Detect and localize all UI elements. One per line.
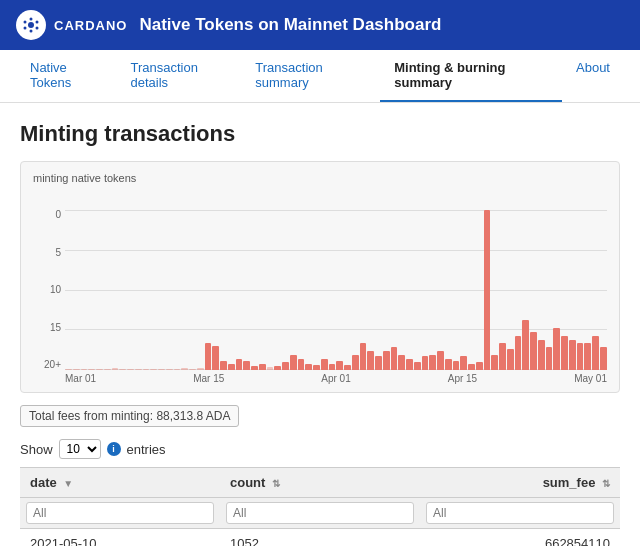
svg-point-2 bbox=[30, 18, 33, 21]
table-controls: Show 10 25 50 i entries bbox=[20, 439, 620, 459]
nav-native-tokens[interactable]: Native Tokens bbox=[16, 50, 117, 102]
bar-6 bbox=[112, 368, 119, 370]
x-label-may01: May 01 bbox=[574, 373, 607, 384]
header: CARDANO Native Tokens on Mainnet Dashboa… bbox=[0, 0, 640, 50]
bar-35 bbox=[336, 361, 343, 370]
bar-13 bbox=[166, 369, 173, 370]
bar-68 bbox=[592, 336, 599, 370]
bar-15 bbox=[181, 368, 188, 370]
data-table: date ▼ count ⇅ sum_fee ⇅ bbox=[20, 467, 620, 546]
svg-point-6 bbox=[24, 27, 27, 30]
nav-minting-burning[interactable]: Minting & burning summary bbox=[380, 50, 562, 102]
logo-container: CARDANO bbox=[16, 10, 127, 40]
bar-18 bbox=[205, 343, 212, 370]
bar-2 bbox=[81, 369, 88, 370]
bar-40 bbox=[375, 356, 382, 370]
table-row: 2021-05-10 1052 662854110 bbox=[20, 529, 620, 547]
bar-55 bbox=[491, 355, 498, 370]
bar-47 bbox=[429, 355, 436, 370]
bar-10 bbox=[143, 369, 150, 370]
bar-1 bbox=[73, 369, 80, 370]
filter-count[interactable] bbox=[226, 502, 414, 524]
show-label: Show bbox=[20, 442, 53, 457]
bar-60 bbox=[530, 332, 537, 370]
bar-14 bbox=[174, 369, 181, 370]
svg-point-3 bbox=[30, 30, 33, 33]
bar-56 bbox=[499, 343, 506, 370]
y-axis: 20+ 15 10 5 0 bbox=[33, 210, 61, 370]
x-label-apr15: Apr 15 bbox=[448, 373, 477, 384]
sort-icon-count: ⇅ bbox=[272, 478, 280, 489]
filter-sum-fee[interactable] bbox=[426, 502, 614, 524]
y-label-1: 15 bbox=[33, 323, 61, 333]
y-label-4: 0 bbox=[33, 210, 61, 220]
bar-57 bbox=[507, 349, 514, 370]
bar-12 bbox=[158, 369, 165, 370]
y-label-3: 5 bbox=[33, 248, 61, 258]
bars-wrapper bbox=[65, 210, 607, 370]
nav-transaction-details[interactable]: Transaction details bbox=[117, 50, 242, 102]
bar-8 bbox=[127, 369, 134, 370]
bar-17 bbox=[197, 368, 204, 370]
bar-52 bbox=[468, 364, 475, 370]
bar-50 bbox=[453, 361, 460, 370]
bar-39 bbox=[367, 351, 374, 370]
svg-point-4 bbox=[24, 21, 27, 24]
nav-about[interactable]: About bbox=[562, 50, 624, 102]
bar-42 bbox=[391, 347, 398, 370]
bar-11 bbox=[150, 369, 157, 370]
chart-area: 20+ 15 10 5 0 bbox=[33, 190, 607, 370]
bar-28 bbox=[282, 362, 289, 370]
bar-20 bbox=[220, 361, 227, 370]
bar-26 bbox=[267, 367, 274, 370]
bar-59 bbox=[522, 320, 529, 370]
bar-16 bbox=[189, 369, 196, 370]
svg-point-7 bbox=[36, 27, 39, 30]
bar-36 bbox=[344, 365, 351, 370]
bar-45 bbox=[414, 362, 421, 370]
col-count[interactable]: count ⇅ bbox=[220, 468, 420, 498]
bar-49 bbox=[445, 359, 452, 370]
bar-66 bbox=[577, 343, 584, 370]
filter-cell-date bbox=[20, 498, 220, 529]
entries-select[interactable]: 10 25 50 bbox=[59, 439, 101, 459]
page-title: Minting transactions bbox=[20, 121, 620, 147]
bar-51 bbox=[460, 356, 467, 370]
bar-4 bbox=[96, 369, 103, 370]
filter-row bbox=[20, 498, 620, 529]
bar-58 bbox=[515, 336, 522, 370]
bar-54 bbox=[484, 210, 491, 370]
fee-badge: Total fees from minting: 88,313.8 ADA bbox=[20, 405, 239, 427]
x-label-mar15: Mar 15 bbox=[193, 373, 224, 384]
col-sum-fee[interactable]: sum_fee ⇅ bbox=[420, 468, 620, 498]
bar-69 bbox=[600, 347, 607, 370]
bars-inner bbox=[65, 210, 607, 370]
bar-53 bbox=[476, 362, 483, 370]
bar-32 bbox=[313, 365, 320, 370]
svg-point-1 bbox=[28, 22, 34, 28]
main-nav: Native Tokens Transaction details Transa… bbox=[0, 50, 640, 103]
bar-21 bbox=[228, 364, 235, 370]
entries-label: entries bbox=[127, 442, 166, 457]
bar-7 bbox=[119, 369, 126, 370]
bar-31 bbox=[305, 364, 312, 370]
y-label-2: 10 bbox=[33, 285, 61, 295]
cell-count-0: 1052 bbox=[220, 529, 420, 547]
bar-5 bbox=[104, 369, 111, 370]
bar-65 bbox=[569, 340, 576, 370]
bar-9 bbox=[135, 369, 142, 370]
brand-name: CARDANO bbox=[54, 18, 127, 33]
filter-date[interactable] bbox=[26, 502, 214, 524]
chart-label: minting native tokens bbox=[33, 172, 607, 184]
cell-date-0: 2021-05-10 bbox=[20, 529, 220, 547]
table-header: date ▼ count ⇅ sum_fee ⇅ bbox=[20, 468, 620, 529]
y-label-0: 20+ bbox=[33, 360, 61, 370]
bar-43 bbox=[398, 355, 405, 370]
sort-icon-sum-fee: ⇅ bbox=[602, 478, 610, 489]
cell-sum-fee-0: 662854110 bbox=[420, 529, 620, 547]
bar-44 bbox=[406, 359, 413, 370]
bar-22 bbox=[236, 359, 243, 370]
col-date[interactable]: date ▼ bbox=[20, 468, 220, 498]
nav-transaction-summary[interactable]: Transaction summary bbox=[241, 50, 380, 102]
bar-37 bbox=[352, 355, 359, 370]
